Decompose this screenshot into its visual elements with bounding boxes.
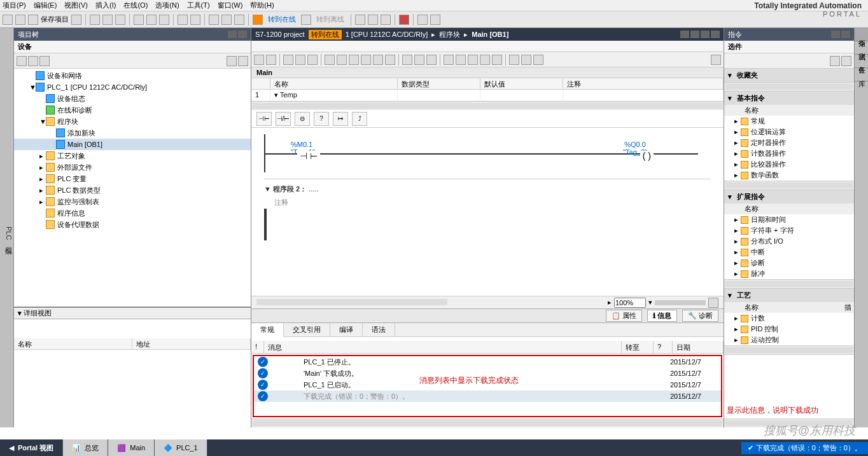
open-icon[interactable] — [15, 15, 25, 25]
tree-item[interactable]: 设备和网络 — [14, 70, 251, 81]
tab-diagnostics[interactable]: 🔧 诊断 — [682, 310, 718, 322]
download-icon[interactable] — [178, 15, 188, 25]
inst-item[interactable]: ▸日期和时间 — [724, 214, 854, 225]
et-9[interactable] — [361, 55, 371, 65]
inst-section-header[interactable]: ▾工艺 — [724, 289, 854, 302]
project-tree[interactable]: 设备和网络▼PLC_1 [CPU 1212C AC/DC/Rly]设备组态在线和… — [14, 69, 251, 307]
et-18[interactable] — [480, 55, 490, 65]
left-sidebar-tab[interactable]: PLC 编程 — [0, 28, 14, 427]
connect-icon[interactable] — [253, 15, 263, 25]
tree-item[interactable]: 程序信息 — [14, 207, 251, 219]
menu-options[interactable]: 选项(N) — [155, 1, 179, 10]
diag-icon[interactable] — [355, 15, 365, 25]
pin-right-icon[interactable] — [831, 31, 840, 38]
rtab-tasks[interactable]: 任务 — [855, 55, 868, 68]
tab-info[interactable]: ℹ 信息 — [647, 310, 677, 322]
zoom-fit-icon[interactable] — [708, 298, 718, 308]
tree-item[interactable]: ▼PLC_1 [CPU 1212C AC/DC/Rly] — [14, 81, 251, 93]
tree-tool-4[interactable] — [227, 56, 237, 66]
close-editor-icon[interactable] — [711, 31, 720, 38]
inst-item[interactable]: ▸位逻辑运算 — [724, 127, 854, 137]
et-4[interactable] — [295, 55, 305, 65]
paste-icon[interactable] — [115, 15, 125, 25]
new-icon[interactable] — [3, 15, 13, 25]
et-22[interactable] — [533, 55, 543, 65]
collapse-right-icon[interactable] — [841, 31, 850, 38]
disconnect-icon[interactable] — [301, 15, 311, 25]
compile-icon[interactable] — [209, 15, 219, 25]
pin-icon[interactable] — [228, 31, 237, 38]
ladder-branch-close[interactable]: ⤴ — [352, 112, 367, 126]
delete-icon[interactable] — [134, 15, 144, 25]
inst-section-header[interactable]: ▾基本指令 — [724, 92, 854, 105]
inst-item[interactable]: ▸计数器操作 — [724, 148, 854, 159]
rtab-instructions[interactable]: 指令 — [855, 28, 868, 41]
split-h-icon[interactable] — [417, 15, 428, 25]
sim-icon[interactable] — [221, 15, 232, 25]
tree-item[interactable]: ▸监控与强制表 — [14, 196, 251, 207]
menu-online[interactable]: 在线(O) — [123, 1, 148, 10]
et-end[interactable] — [711, 55, 721, 65]
tree-item[interactable]: 添加新块 — [14, 127, 251, 139]
tab-properties[interactable]: 📋 属性 — [606, 310, 642, 322]
inst-section-header[interactable]: ▾扩展指令 — [724, 190, 854, 204]
save-project-button[interactable]: 保存项目 — [41, 15, 69, 24]
force-icon[interactable] — [368, 15, 378, 25]
overview-button[interactable]: 📊 总览 — [63, 439, 108, 456]
menu-help[interactable]: 帮助(H) — [250, 1, 274, 10]
menu-window[interactable]: 窗口(W) — [218, 1, 243, 10]
cut-icon[interactable] — [90, 15, 100, 25]
et-5[interactable] — [307, 55, 318, 65]
msg-tab-general[interactable]: 常规 — [251, 323, 284, 337]
rtab-lib[interactable]: 库 — [855, 68, 868, 81]
inst-item[interactable]: ▸分布式 I/O — [724, 236, 854, 247]
et-16[interactable] — [456, 55, 466, 65]
zoom-input[interactable] — [614, 298, 646, 308]
ladder-box[interactable]: ? — [314, 112, 329, 126]
et-13[interactable] — [414, 55, 424, 65]
inst-item[interactable]: ▸常规 — [724, 116, 854, 127]
et-7[interactable] — [337, 55, 347, 65]
menu-insert[interactable]: 插入(I) — [95, 1, 116, 10]
tree-item[interactable]: ▼程序块 — [14, 116, 251, 127]
et-20[interactable] — [509, 55, 519, 65]
ladder-coil[interactable]: ⊖ — [295, 112, 310, 126]
watch-icon[interactable] — [381, 15, 391, 25]
ladder-no-contact[interactable]: ⊣⊢ — [256, 112, 272, 126]
message-list[interactable]: 消息列表中显示下载完成状态 ✓PLC_1 已停止。2015/12/7✓'Main… — [253, 355, 722, 417]
inst-item[interactable]: ▸诊断 — [724, 258, 854, 268]
tree-item[interactable]: Main [OB1] — [14, 139, 251, 150]
et-19[interactable] — [492, 55, 502, 65]
menu-edit[interactable]: 编辑(E) — [34, 1, 57, 10]
tree-item[interactable]: 设备代理数据 — [14, 219, 251, 230]
split-v-icon[interactable] — [430, 15, 440, 25]
msg-tab-compile[interactable]: 编译 — [330, 323, 363, 336]
tree-item[interactable]: 在线和诊断 — [14, 104, 251, 116]
ladder-nc-contact[interactable]: ⊣/⊢ — [276, 112, 291, 126]
opt-icon-2[interactable] — [841, 56, 851, 66]
inst-item[interactable]: ▸数学函数 — [724, 170, 854, 181]
inst-item[interactable]: ▸运动控制 — [724, 335, 854, 345]
main-button[interactable]: 🟪 Main — [108, 439, 155, 456]
collapse-icon[interactable] — [238, 31, 247, 38]
et-6[interactable] — [325, 55, 335, 65]
max-icon[interactable] — [701, 31, 710, 38]
menu-project[interactable]: 项目(P) — [3, 1, 26, 10]
tree-tool-1[interactable] — [17, 56, 27, 66]
redo-icon[interactable] — [159, 15, 169, 25]
et-21[interactable] — [521, 55, 531, 65]
upload-icon[interactable] — [190, 15, 200, 25]
et-10[interactable] — [373, 55, 383, 65]
tree-item[interactable]: ▸外部源文件 — [14, 162, 251, 173]
message-row[interactable]: ✓PLC_1 已停止。2015/12/7 — [254, 356, 721, 368]
et-17[interactable] — [468, 55, 478, 65]
portal-view-button[interactable]: ◀ Portal 视图 — [0, 439, 63, 456]
plc-button[interactable]: 🔷 PLC_1 — [155, 439, 207, 456]
inst-item[interactable]: ▸中断 — [724, 247, 854, 258]
et-1[interactable] — [254, 55, 264, 65]
et-12[interactable] — [402, 55, 412, 65]
tree-item[interactable]: ▸PLC 数据类型 — [14, 184, 251, 196]
go-online-button[interactable]: 转到在线 — [265, 15, 298, 24]
float-icon[interactable] — [690, 31, 699, 38]
et-15[interactable] — [444, 55, 454, 65]
